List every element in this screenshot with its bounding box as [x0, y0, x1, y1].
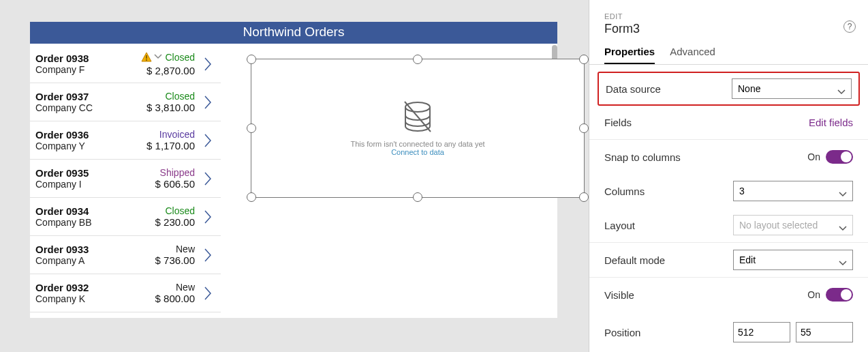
- data-source-row-highlighted: Data source None: [598, 72, 860, 106]
- position-y-input[interactable]: [796, 322, 853, 342]
- fields-label: Fields: [604, 117, 732, 128]
- order-company: Company A: [35, 255, 114, 266]
- app-canvas: Northwind Orders Order 0938Company F Clo…: [30, 22, 557, 318]
- order-amount: $ 2,870.00: [114, 65, 195, 76]
- chevron-down-icon: [837, 86, 846, 91]
- order-amount: $ 800.00: [114, 293, 195, 304]
- data-source-value: None: [738, 83, 760, 94]
- order-amount: $ 606.50: [114, 178, 195, 190]
- svg-line-4: [405, 102, 431, 132]
- layout-dropdown[interactable]: No layout selected: [733, 215, 853, 235]
- chevron-down-icon: [839, 188, 847, 194]
- order-name: Order 0933: [35, 244, 114, 255]
- app-title: Northwind Orders: [30, 22, 557, 44]
- columns-label: Columns: [604, 186, 732, 197]
- help-icon[interactable]: ?: [843, 20, 856, 33]
- visible-value: On: [807, 289, 820, 300]
- selected-form-control[interactable]: This form isn't connected to any data ye…: [251, 59, 585, 198]
- default-mode-value: Edit: [739, 254, 756, 265]
- default-mode-dropdown[interactable]: Edit: [733, 250, 853, 270]
- panel-mode-label: EDIT: [604, 12, 853, 20]
- columns-row: Columns 3: [589, 174, 868, 208]
- order-company: Company Y: [35, 141, 114, 151]
- order-status: Closed: [114, 51, 195, 65]
- position-row: Position: [589, 312, 868, 346]
- snap-toggle[interactable]: [826, 150, 853, 164]
- position-label: Position: [604, 327, 732, 338]
- chevron-right-icon[interactable]: [203, 247, 213, 263]
- control-name: Form3: [604, 22, 853, 36]
- resize-handle[interactable]: [247, 192, 256, 202]
- order-status: Invoiced: [114, 129, 195, 140]
- tab-advanced[interactable]: Advanced: [670, 46, 715, 64]
- list-item[interactable]: Order 0932Company K New$ 800.00: [30, 274, 221, 312]
- warning-icon: [141, 52, 152, 65]
- chevron-right-icon[interactable]: [203, 209, 213, 225]
- fields-row: Fields Edit fields: [589, 106, 868, 140]
- list-item[interactable]: Order 0934Company BB Closed$ 230.00: [30, 198, 221, 236]
- data-source-dropdown[interactable]: None: [732, 78, 852, 99]
- order-name: Order 0934: [35, 205, 114, 217]
- resize-handle[interactable]: [413, 55, 422, 64]
- order-status: New: [114, 244, 195, 254]
- order-status: Closed: [114, 205, 195, 216]
- chevron-down-icon: [153, 51, 163, 62]
- order-company: Company F: [35, 64, 114, 75]
- chevron-right-icon[interactable]: [203, 171, 213, 187]
- order-amount: $ 736.00: [114, 254, 195, 266]
- position-x-input[interactable]: [733, 322, 790, 342]
- list-item[interactable]: Order 0933Company A New$ 736.00: [30, 236, 221, 274]
- list-item[interactable]: Order 0937Company CC Closed$ 3,810.00: [30, 83, 221, 121]
- visible-row: Visible On: [589, 278, 868, 312]
- chevron-right-icon[interactable]: [203, 94, 213, 111]
- snap-value: On: [807, 151, 820, 162]
- order-name: Order 0932: [35, 282, 114, 293]
- order-name: Order 0936: [35, 129, 114, 141]
- layout-label: Layout: [604, 220, 732, 231]
- chevron-right-icon[interactable]: [203, 132, 213, 149]
- tab-properties[interactable]: Properties: [604, 46, 655, 64]
- order-status: Shipped: [114, 167, 195, 178]
- order-amount: $ 230.00: [114, 216, 195, 228]
- snap-row: Snap to columns On: [589, 140, 868, 174]
- order-amount: $ 3,810.00: [114, 102, 195, 113]
- edit-fields-link[interactable]: Edit fields: [809, 117, 853, 128]
- chevron-right-icon[interactable]: [203, 285, 213, 302]
- chevron-down-icon: [839, 222, 847, 228]
- chevron-right-icon[interactable]: [203, 56, 213, 72]
- columns-value: 3: [739, 186, 745, 196]
- chevron-down-icon: [839, 257, 847, 263]
- snap-label: Snap to columns: [604, 151, 732, 163]
- resize-handle[interactable]: [413, 192, 422, 202]
- columns-dropdown[interactable]: 3: [733, 181, 853, 201]
- default-mode-label: Default mode: [604, 254, 732, 266]
- order-list[interactable]: Order 0938Company F Closed$ 2,870.00Orde…: [30, 45, 221, 318]
- empty-form-message: This form isn't connected to any data ye…: [251, 140, 584, 148]
- order-name: Order 0938: [35, 53, 114, 64]
- order-company: Company K: [35, 293, 114, 304]
- resize-handle[interactable]: [579, 192, 589, 202]
- order-company: Company I: [35, 179, 114, 190]
- visible-label: Visible: [604, 289, 732, 301]
- empty-form-state: This form isn't connected to any data ye…: [251, 99, 584, 156]
- resize-handle[interactable]: [247, 55, 256, 64]
- svg-point-2: [146, 59, 147, 61]
- order-status: New: [114, 282, 195, 293]
- list-item[interactable]: Order 0935Company I Shipped$ 606.50: [30, 160, 221, 198]
- visible-toggle[interactable]: [826, 288, 853, 302]
- list-item[interactable]: Order 0936Company Y Invoiced$ 1,170.00: [30, 121, 221, 160]
- layout-row: Layout No layout selected: [589, 208, 868, 243]
- data-source-label: Data source: [606, 83, 732, 95]
- order-company: Company BB: [35, 217, 114, 228]
- resize-handle[interactable]: [579, 55, 589, 64]
- connect-to-data-link[interactable]: Connect to data: [251, 148, 584, 156]
- default-mode-row: Default mode Edit: [589, 243, 868, 278]
- order-status: Closed: [114, 91, 195, 102]
- order-amount: $ 1,170.00: [114, 140, 195, 151]
- layout-value: No layout selected: [739, 220, 818, 231]
- order-company: Company CC: [35, 102, 114, 113]
- order-name: Order 0937: [35, 91, 114, 102]
- list-item[interactable]: Order 0938Company F Closed$ 2,870.00: [30, 45, 221, 83]
- database-slash-icon: [399, 99, 436, 136]
- properties-panel: ? EDIT Form3 Properties Advanced Data so…: [589, 0, 868, 352]
